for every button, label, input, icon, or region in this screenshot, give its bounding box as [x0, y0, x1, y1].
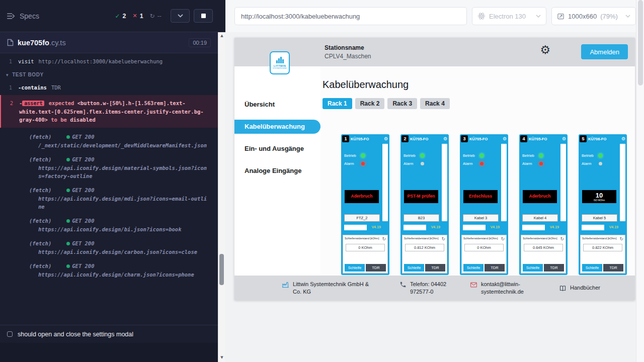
status-display: PST-M prüfen [404, 190, 438, 203]
fetch-status: GET 200 [66, 239, 94, 247]
fetch-log-entry[interactable]: (fetch) GET 200 https://api.iconify.desi… [0, 262, 218, 279]
fetch-status: GET 200 [66, 133, 94, 141]
betrieb-led [539, 154, 543, 157]
rack-tab[interactable]: Rack 1 [323, 98, 352, 109]
measurement-label: Schleifenwiderstand [kOhm] [582, 237, 619, 240]
status-text: PST-M prüfen [407, 194, 436, 199]
refresh-icon[interactable]: ↻ [501, 237, 505, 241]
contains-command[interactable]: 1 -contains TDR [0, 82, 218, 93]
reporter-scrollbar[interactable]: ▲ ▼ [218, 0, 225, 362]
fetch-label: (fetch) [29, 239, 51, 247]
tdr-button[interactable]: TDR [485, 264, 505, 272]
page-scrollbar-thumb[interactable] [638, 0, 643, 85]
specs-label: Specs [20, 12, 39, 20]
next-test-row[interactable]: should open and close the settings modal [0, 325, 218, 343]
visit-command[interactable]: 1 visit http://localhost:3000/kabelueber… [0, 56, 218, 66]
footer-email[interactable]: kontakt@littwin-systemtechnik.de [470, 281, 559, 296]
sub-display [522, 225, 545, 230]
refresh-icon[interactable]: ↻ [560, 237, 564, 241]
measurement-panel: Schleifenwiderstand [kOhm] ↻ 0 KOhm Schl… [461, 235, 507, 274]
fetch-log-entry[interactable]: (fetch) GET 200 /_next/static/developmen… [0, 133, 218, 149]
failed-count: 1 [140, 13, 143, 20]
page-scrollbar[interactable] [636, 0, 644, 362]
browser-selector[interactable]: Electron 130 [472, 7, 546, 25]
settings-gear-icon[interactable]: ⚙ [540, 44, 550, 56]
alarm-label: Alarm [522, 161, 539, 166]
cable-name: Kabel 5 [582, 214, 617, 222]
tdr-button[interactable]: TDR [603, 264, 623, 272]
collapse-button[interactable] [171, 9, 190, 23]
measurement-label: Schleifenwiderstand [kOhm] [463, 237, 501, 240]
card-gear-icon[interactable]: ⚙ [562, 137, 566, 141]
schleife-button[interactable]: Schleife [404, 264, 424, 272]
status-text: Erdschluss [468, 194, 493, 199]
url-bar[interactable] [234, 7, 467, 25]
schleife-button[interactable]: Schleife [523, 264, 543, 272]
fetch-status: GET 200 [66, 155, 94, 163]
fetch-log-entry[interactable]: (fetch) GET 200 https://api.iconify.desi… [0, 186, 218, 211]
scrollbar-thumb[interactable] [219, 254, 224, 285]
card-gear-icon[interactable]: ⚙ [621, 137, 625, 141]
fetch-log-entry[interactable]: (fetch) GET 200 https://api.iconify.desi… [0, 217, 218, 233]
viewport-icon [557, 13, 565, 20]
measurement-value: 0.812 KOhm [405, 244, 444, 251]
measurement-label: Schleifenwiderstand [kOhm] [523, 237, 560, 240]
scroll-up-arrow[interactable]: ▲ [218, 34, 225, 38]
tdr-button[interactable]: TDR [366, 264, 386, 272]
sidebar-item[interactable]: Übersicht [234, 98, 320, 112]
app-footer: Littwin Systemtechnik GmbH & Co. KG Tele… [234, 276, 635, 300]
fetch-status: GET 200 [66, 262, 94, 270]
logout-button[interactable]: Abmelden [581, 44, 628, 59]
betrieb-label: Betrieb [404, 153, 421, 158]
footer-manuals[interactable]: Handbücher [559, 284, 600, 292]
refresh-icon[interactable]: ↻ [441, 237, 445, 241]
firmware-version: V4.19 [491, 225, 500, 229]
status-text: Aderbruch [528, 194, 552, 199]
rack-tab[interactable]: Rack 3 [387, 98, 417, 109]
viewport-selector[interactable]: 1000x660 (79%) [551, 7, 636, 25]
failed-assert[interactable]: 2 -assert expected <button.w-[50%].h-[1.… [0, 95, 218, 128]
measurement-value: 0 KOhm [346, 244, 385, 251]
assert-message: -assert expected <button.w-[50%].h-[1.56… [19, 99, 211, 124]
sidebar-item[interactable]: Analoge Eingänge [234, 164, 320, 178]
viewport-size: 1000x660 [568, 13, 597, 20]
card-header: 5 KÜ706-FO ⚙ [579, 134, 627, 142]
phone-icon [399, 281, 407, 288]
sidebar-item[interactable]: Kabelüberwachung [234, 120, 320, 134]
success-dot-icon [66, 135, 70, 139]
betrieb-led [480, 154, 484, 157]
viewport-zoom: (79%) [600, 13, 618, 20]
card-header: 2 KÜ705-FO ⚙ [400, 134, 449, 142]
success-dot-icon [66, 264, 70, 268]
scroll-down-arrow[interactable]: ▼ [218, 355, 225, 359]
fetch-log-entry[interactable]: (fetch) GET 200 https://api.iconify.desi… [0, 155, 218, 180]
test-body-section[interactable]: ▾ TEST BODY [0, 66, 218, 82]
command-name: visit [18, 57, 34, 65]
status-value: 10 [596, 192, 603, 199]
rack-tab[interactable]: Rack 2 [355, 98, 385, 109]
firmware-version: V4.19 [550, 225, 559, 229]
card-gear-icon[interactable]: ⚙ [503, 137, 507, 141]
spec-file-row[interactable]: kue705fo.cy.ts 00:19 [0, 32, 218, 53]
rack-tab[interactable]: Rack 4 [420, 98, 450, 109]
betrieb-label: Betrieb [344, 153, 361, 158]
refresh-icon[interactable]: ↻ [619, 237, 623, 241]
alarm-led [599, 162, 602, 165]
schleife-button[interactable]: Schleife [582, 264, 602, 272]
card-gear-icon[interactable]: ⚙ [443, 137, 447, 141]
specs-nav[interactable]: Specs [7, 12, 39, 20]
sidebar-item[interactable]: Ein- und Ausgänge [234, 142, 320, 156]
card-gear-icon[interactable]: ⚙ [384, 137, 388, 141]
fetch-log-entry[interactable]: (fetch) GET 200 https://api.iconify.desi… [0, 239, 218, 256]
card-header: 1 KÜ705-FO ⚙ [341, 134, 389, 142]
url-input[interactable] [241, 13, 460, 20]
tdr-button[interactable]: TDR [425, 264, 445, 272]
success-dot-icon [66, 189, 70, 192]
stop-button[interactable] [194, 9, 213, 23]
success-dot-icon [66, 158, 70, 161]
browser-chrome-bar: Electron 130 1000x660 (79%) [225, 0, 636, 32]
tdr-button[interactable]: TDR [544, 264, 564, 272]
refresh-icon[interactable]: ↻ [382, 237, 386, 241]
schleife-button[interactable]: Schleife [345, 264, 365, 272]
schleife-button[interactable]: Schleife [463, 264, 484, 272]
